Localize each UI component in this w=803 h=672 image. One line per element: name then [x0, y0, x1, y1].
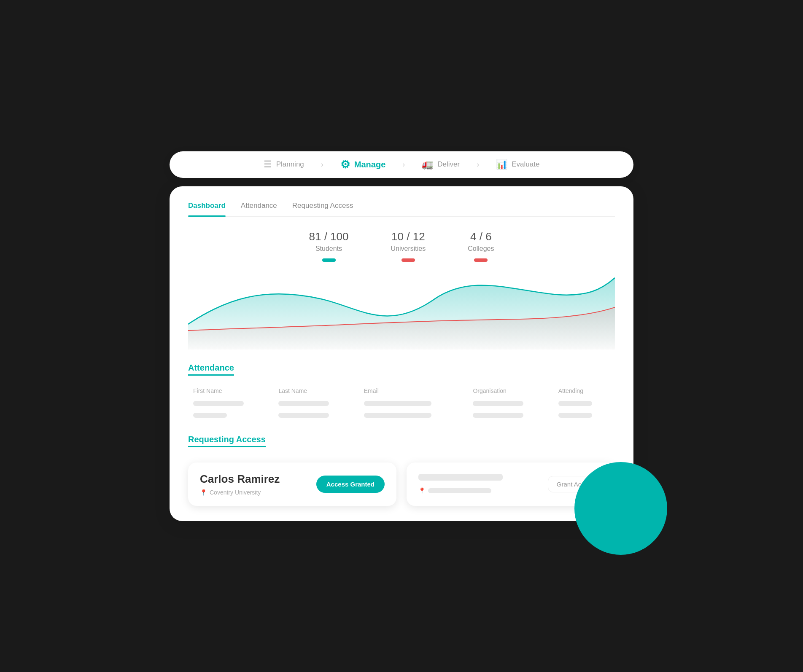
tabs: Dashboard Attendance Requesting Access: [188, 202, 615, 217]
attendance-section: Attendance First Name Last Name Email Or…: [188, 363, 615, 421]
skeleton-cell: [193, 401, 244, 406]
location-icon-skeleton: 📍: [418, 487, 426, 494]
access-cards: Carlos Ramirez 📍 Coventry University Acc…: [188, 462, 615, 506]
access-granted-button[interactable]: Access Granted: [316, 476, 385, 493]
table-row: [188, 398, 615, 409]
skeleton-cell: [278, 413, 329, 418]
nav-step-evaluate[interactable]: 📊 Evaluate: [496, 159, 539, 170]
col-lastname: Last Name: [273, 384, 358, 398]
table-header-row: First Name Last Name Email Organisation …: [188, 384, 615, 398]
stat-students-label: Students: [309, 245, 349, 253]
manage-icon: ⚙: [340, 158, 350, 171]
skeleton-org: [428, 488, 491, 493]
chart-area: [188, 274, 615, 349]
stat-colleges-label: Colleges: [468, 245, 494, 253]
stats-row: 81 / 100 Students 10 / 12 Universities 4…: [188, 230, 615, 263]
deliver-label: Deliver: [437, 160, 460, 169]
skeleton-cell: [193, 413, 227, 418]
requesting-access-section: Requesting Access Carlos Ramirez 📍 Coven…: [188, 435, 615, 506]
skeleton-cell: [278, 401, 329, 406]
skeleton-cell: [473, 413, 523, 418]
chart-svg: [188, 274, 615, 349]
arrow-2: ›: [402, 160, 405, 169]
col-firstname: First Name: [188, 384, 273, 398]
card-left-unknown: 📍: [418, 474, 503, 494]
col-email: Email: [359, 384, 468, 398]
skeleton-cell: [558, 401, 592, 406]
nav-step-deliver[interactable]: 🚛 Deliver: [422, 159, 460, 170]
decorative-teal-circle: [574, 462, 667, 555]
card-org-text: Coventry University: [210, 489, 261, 496]
stat-colleges: 4 / 6 Colleges: [468, 230, 494, 263]
requesting-access-title: Requesting Access: [188, 435, 266, 447]
deliver-icon: 🚛: [422, 159, 433, 170]
planning-label: Planning: [276, 160, 304, 169]
stat-students: 81 / 100 Students: [309, 230, 349, 263]
col-organisation: Organisation: [468, 384, 553, 398]
stat-colleges-dot: [474, 258, 488, 262]
evaluate-icon: 📊: [496, 159, 507, 170]
planning-icon: ☰: [264, 159, 272, 170]
stat-students-value: 81 / 100: [309, 230, 349, 243]
page-wrapper: ☰ Planning › ⚙ Manage › 🚛 Deliver › 📊 Ev…: [170, 151, 633, 521]
stat-students-dot: [322, 258, 336, 262]
tab-dashboard[interactable]: Dashboard: [188, 202, 226, 216]
card-left-carlos: Carlos Ramirez 📍 Coventry University: [200, 473, 280, 496]
tab-requesting-access[interactable]: Requesting Access: [292, 202, 353, 216]
nav-step-manage[interactable]: ⚙ Manage: [340, 158, 385, 171]
manage-label: Manage: [354, 160, 385, 169]
skeleton-cell: [558, 413, 592, 418]
location-icon: 📍: [200, 489, 207, 496]
skeleton-name: [418, 474, 503, 481]
stat-universities: 10 / 12 Universities: [391, 230, 426, 263]
stat-colleges-value: 4 / 6: [468, 230, 494, 243]
attendance-title: Attendance: [188, 363, 234, 376]
evaluate-label: Evaluate: [512, 160, 539, 169]
access-card-carlos: Carlos Ramirez 📍 Coventry University Acc…: [188, 462, 396, 506]
card-org-carlos: 📍 Coventry University: [200, 489, 280, 496]
skeleton-cell: [364, 401, 431, 406]
attendance-table: First Name Last Name Email Organisation …: [188, 384, 615, 421]
tab-attendance[interactable]: Attendance: [241, 202, 277, 216]
top-nav: ☰ Planning › ⚙ Manage › 🚛 Deliver › 📊 Ev…: [170, 151, 633, 178]
arrow-1: ›: [321, 160, 323, 169]
stat-universities-value: 10 / 12: [391, 230, 426, 243]
nav-step-planning[interactable]: ☰ Planning: [264, 159, 304, 170]
stat-universities-label: Universities: [391, 245, 426, 253]
table-row: [188, 409, 615, 421]
stat-universities-dot: [402, 258, 415, 262]
main-card: Dashboard Attendance Requesting Access 8…: [170, 186, 633, 521]
arrow-3: ›: [477, 160, 479, 169]
card-name-carlos: Carlos Ramirez: [200, 473, 280, 486]
col-attending: Attending: [553, 384, 615, 398]
skeleton-cell: [364, 413, 431, 418]
skeleton-cell: [473, 401, 523, 406]
